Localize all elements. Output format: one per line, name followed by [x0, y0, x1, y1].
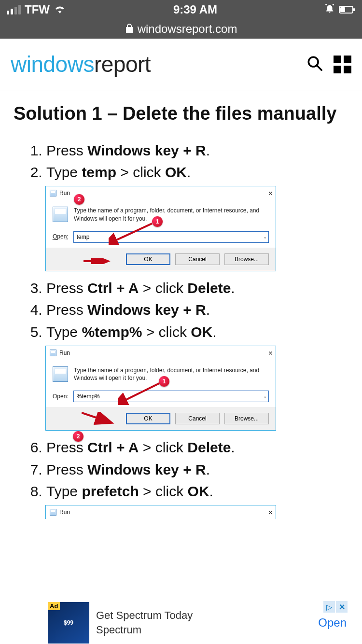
callout-arrow: [109, 221, 154, 245]
run-app-icon: [53, 207, 68, 222]
callout-arrow: [84, 258, 112, 264]
run-dialog-image: Run ×: [45, 505, 276, 519]
run-title-icon: [50, 190, 56, 196]
svg-rect-2: [340, 7, 345, 12]
browse-button: Browse...: [224, 253, 269, 265]
cancel-button: Cancel: [175, 253, 220, 265]
adchoices-icon[interactable]: ▷: [323, 601, 335, 613]
callout-arrow: [82, 412, 116, 426]
run-title: Run: [59, 189, 70, 197]
close-icon: ×: [268, 188, 273, 199]
clock: 9:39 AM: [173, 3, 217, 16]
run-dialog-image: Run × Type the name of a program, folder…: [45, 346, 276, 431]
ad-banner[interactable]: Ad $99 Get Spectrum Today Spectrum Open …: [48, 602, 348, 644]
browse-button: Browse...: [224, 413, 269, 424]
ok-button: OK: [126, 413, 170, 424]
wifi-icon: [54, 3, 66, 16]
run-description: Type the name of a program, folder, docu…: [74, 366, 269, 382]
site-header: windowsreport: [0, 39, 362, 90]
ad-open-button[interactable]: Open: [318, 616, 348, 630]
chevron-down-icon: ⌄: [263, 234, 267, 240]
svg-line-10: [123, 383, 159, 401]
list-item: Press Windows key + R.: [46, 460, 348, 479]
steps-list: Press Windows key + R. Type temp > click…: [14, 140, 348, 519]
svg-line-6: [113, 224, 152, 241]
open-label: Open:: [53, 233, 69, 241]
list-item: Type prefetch > click OK. Run ×: [46, 481, 348, 519]
battery-icon: [339, 3, 355, 16]
ios-status-bar: TFW 9:39 AM: [0, 0, 362, 19]
browser-address-bar[interactable]: windowsreport.com: [0, 19, 362, 39]
lock-icon: [125, 22, 134, 36]
list-item: Type %temp% > click OK. Run × Type the n…: [46, 322, 348, 431]
run-input: [73, 391, 269, 402]
close-icon: ×: [268, 507, 273, 518]
chevron-down-icon: ⌄: [263, 393, 267, 400]
cancel-button: Cancel: [175, 413, 220, 424]
run-title: Run: [59, 508, 70, 517]
list-item: Press Windows key + R.: [46, 140, 348, 160]
site-logo[interactable]: windowsreport: [11, 51, 151, 77]
list-item: Press Windows key + R.: [46, 300, 348, 320]
alarm-icon: [324, 3, 335, 16]
run-app-icon: [53, 366, 68, 382]
menu-grid-icon[interactable]: [334, 56, 351, 73]
ad-subtitle: Spectrum: [96, 623, 311, 637]
svg-rect-1: [353, 8, 355, 11]
ad-title: Get Spectrum Today: [96, 608, 311, 623]
ad-thumbnail: Ad $99: [48, 602, 89, 644]
ok-button: OK: [126, 253, 170, 265]
run-title-icon: [50, 509, 56, 516]
svg-line-4: [317, 65, 321, 70]
run-dialog-image: Run × Type the name of a program, folder…: [45, 186, 276, 271]
article-heading: Solution 1 – Delete the files manually: [14, 103, 348, 125]
run-title-icon: [50, 350, 56, 356]
list-item: Press Ctrl + A > click Delete.: [46, 437, 348, 457]
list-item: Press Ctrl + A > click Delete.: [46, 278, 348, 298]
carrier-label: TFW: [25, 3, 50, 16]
ad-close-icon[interactable]: ✕: [336, 601, 348, 613]
run-description: Type the name of a program, folder, docu…: [74, 207, 269, 222]
list-item: Type temp > click OK. Run × Type the nam…: [46, 162, 348, 271]
run-title: Run: [59, 349, 70, 357]
open-label: Open:: [53, 392, 69, 401]
signal-icon: [7, 5, 21, 14]
url-host: windowsreport.com: [138, 22, 237, 36]
search-icon[interactable]: [306, 55, 323, 73]
callout-arrow: [118, 381, 162, 405]
svg-line-12: [82, 413, 111, 422]
run-input: [73, 231, 269, 243]
close-icon: ×: [268, 348, 273, 359]
ad-badge: Ad: [48, 602, 60, 610]
